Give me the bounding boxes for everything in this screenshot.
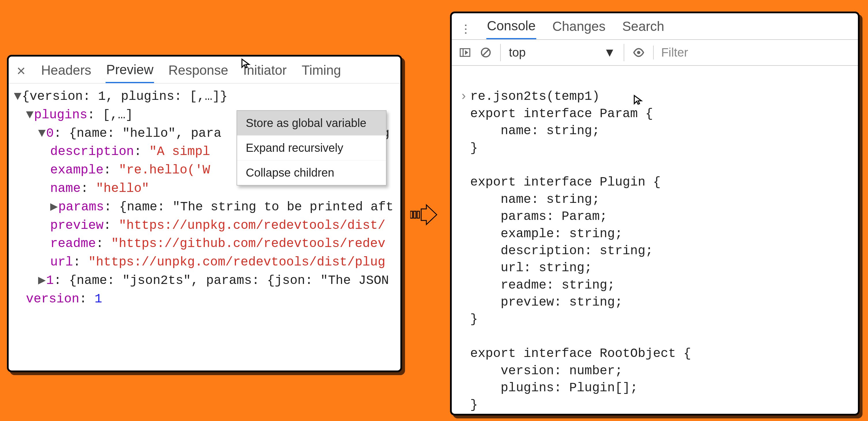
console-filter-input[interactable]: Filter xyxy=(653,46,851,59)
console-prompt-icon: › xyxy=(460,88,470,105)
tab-initiator[interactable]: Initiator xyxy=(243,62,287,83)
console-sidebar-toggle-icon[interactable] xyxy=(459,46,471,59)
console-toolbar: top ▼ Filter xyxy=(452,40,858,66)
tab-console[interactable]: Console xyxy=(486,18,536,39)
tab-search[interactable]: Search xyxy=(622,19,665,39)
console-command: re.json2ts(temp1) xyxy=(470,89,600,103)
live-expression-icon[interactable] xyxy=(632,46,645,59)
svg-marker-5 xyxy=(466,51,468,54)
console-drawer-panel: ⋯ Console Changes Search top ▼ Filter ›r xyxy=(450,11,860,416)
tab-changes[interactable]: Changes xyxy=(552,19,606,39)
ctx-collapse-children[interactable]: Collapse children xyxy=(237,160,386,185)
flow-arrow-icon xyxy=(410,202,438,232)
execution-context-label: top xyxy=(509,46,526,59)
drawer-tabbar: ⋯ Console Changes Search xyxy=(452,13,858,40)
console-result: export interface Param { name: string; }… xyxy=(460,105,850,414)
svg-rect-1 xyxy=(414,211,416,218)
ctx-store-global[interactable]: Store as global variable xyxy=(237,111,386,136)
tab-headers[interactable]: Headers xyxy=(40,62,92,83)
svg-line-7 xyxy=(483,50,489,55)
context-menu: Store as global variable Expand recursiv… xyxy=(237,110,386,185)
kebab-menu-icon[interactable]: ⋯ xyxy=(458,23,473,34)
tab-timing[interactable]: Timing xyxy=(301,62,342,83)
chevron-down-icon: ▼ xyxy=(603,46,616,59)
console-output[interactable]: ›re.json2ts(temp1) export interface Para… xyxy=(452,66,858,416)
network-tabbar: × Headers Preview Response Initiator Tim… xyxy=(9,57,400,83)
svg-rect-2 xyxy=(417,211,420,218)
svg-rect-0 xyxy=(410,211,412,218)
ctx-expand-recursively[interactable]: Expand recursively xyxy=(237,136,386,160)
execution-context-selector[interactable]: top ▼ xyxy=(500,44,624,61)
clear-console-icon[interactable] xyxy=(479,46,492,59)
tab-response[interactable]: Response xyxy=(168,62,229,83)
tab-preview[interactable]: Preview xyxy=(105,62,154,83)
close-icon[interactable]: × xyxy=(16,62,27,83)
network-preview-panel: × Headers Preview Response Initiator Tim… xyxy=(7,55,402,372)
svg-point-8 xyxy=(637,51,641,54)
